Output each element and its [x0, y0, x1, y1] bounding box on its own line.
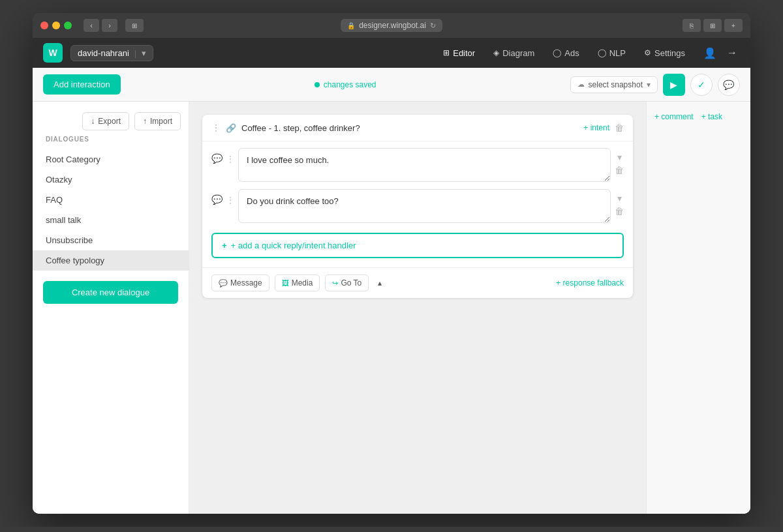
msg-chevron-button-2[interactable]: ▾: [615, 193, 624, 203]
sidebar-toggle-button[interactable]: ⊞: [125, 19, 144, 32]
comment-button[interactable]: 💬: [718, 74, 740, 96]
add-button[interactable]: +: [724, 19, 743, 32]
dialogues-section-label: DIALOGUES: [33, 136, 189, 149]
interaction-card: ⋮ 🔗 Coffee - 1. step, coffee drinker? + …: [202, 115, 633, 298]
nav-ads-label: Ads: [564, 48, 579, 58]
nav-ads[interactable]: ◯ Ads: [545, 44, 587, 62]
sidebar-item-root[interactable]: Root Category: [33, 149, 189, 170]
media-plus-icon: 🖼: [282, 279, 289, 287]
msg-delete-button-1[interactable]: 🗑: [615, 165, 624, 175]
snapshot-chevron-icon: ▾: [647, 80, 651, 89]
check-button[interactable]: ✓: [690, 74, 713, 96]
comment-icon: 💬: [723, 80, 734, 90]
maximize-button[interactable]: [64, 22, 72, 29]
divider: |: [134, 48, 136, 58]
add-interaction-button[interactable]: Add interaction: [43, 74, 121, 95]
import-label: Import: [150, 117, 172, 126]
changes-saved-indicator: changes saved: [315, 80, 376, 89]
nav-nlp[interactable]: ◯ NLP: [590, 44, 634, 62]
sidebar-item-faq[interactable]: FAQ: [33, 190, 189, 210]
header-user-actions: 👤 →: [701, 44, 740, 62]
msg-delete-button-2[interactable]: 🗑: [615, 206, 624, 216]
editor-icon: ⊞: [443, 48, 450, 57]
collapse-footer-button[interactable]: ▴: [374, 275, 386, 291]
forward-button[interactable]: ›: [102, 19, 117, 32]
user-icon-button[interactable]: 👤: [701, 44, 719, 62]
titlebar-right: ⎘ ⊞ +: [677, 19, 743, 32]
upload-icon: ↑: [143, 117, 147, 126]
add-task-button[interactable]: + task: [701, 112, 722, 121]
message-input-1[interactable]: [238, 148, 611, 182]
new-tab-button[interactable]: ⎘: [683, 19, 701, 32]
chevron-down-icon: ▾: [142, 48, 146, 58]
add-message-button[interactable]: 💬 Message: [211, 274, 269, 291]
snapshot-label: select snapshot: [589, 80, 643, 89]
message-plus-icon: 💬: [219, 279, 228, 288]
message-input-wrapper-2: [238, 189, 611, 225]
sidebar-item-small-talk[interactable]: small talk: [33, 210, 189, 230]
nav-nlp-label: NLP: [609, 48, 626, 58]
back-button[interactable]: ‹: [84, 19, 99, 32]
nav-settings-label: Settings: [654, 48, 685, 58]
message-input-2[interactable]: [238, 189, 611, 223]
workspace-name: david-nahrani: [78, 48, 129, 58]
nav-editor[interactable]: ⊞ Editor: [435, 44, 483, 62]
play-button[interactable]: ▶: [663, 74, 685, 96]
nav-links: ⊞ Editor ◈ Diagram ◯ Ads ◯ NLP ⚙ Setti: [435, 44, 740, 62]
chat-bubble-icon-2: 💬: [211, 194, 223, 205]
chat-bubble-icon-1: 💬: [211, 153, 223, 164]
back-forward-nav: ‹ ›: [84, 19, 117, 32]
msg-drag-icon-2: ⋮: [226, 196, 234, 205]
quick-reply-handler[interactable]: + + add a quick reply/intent handler: [211, 233, 624, 258]
address-bar[interactable]: 🔒 designer.wingbot.ai ↻: [341, 19, 442, 32]
msg-actions-1: ▾ 🗑: [615, 152, 624, 175]
msg-chevron-button-1[interactable]: ▾: [615, 152, 624, 162]
card-header: ⋮ 🔗 Coffee - 1. step, coffee drinker? + …: [202, 115, 633, 141]
main-content: ↓ Export ↑ Import DIALOGUES Root Categor…: [33, 102, 750, 514]
settings-icon: ⚙: [644, 48, 651, 57]
logout-icon-button[interactable]: →: [724, 44, 740, 62]
add-media-button[interactable]: 🖼 Media: [275, 274, 320, 291]
workspace-selector[interactable]: david-nahrani | ▾: [70, 45, 153, 61]
create-new-dialogue-button[interactable]: Create new dialogue: [43, 281, 178, 304]
add-message-label: Message: [230, 278, 262, 288]
changes-saved-text: changes saved: [324, 80, 376, 89]
goto-plus-icon: ↪: [332, 279, 338, 288]
right-panel: + comment + task: [646, 102, 750, 514]
sidebar: ↓ Export ↑ Import DIALOGUES Root Categor…: [33, 102, 189, 514]
play-icon: ▶: [670, 80, 677, 90]
card-footer: 💬 Message 🖼 Media ↪ Go To ▴ + response: [202, 267, 633, 298]
msg-drag-icon-1: ⋮: [226, 155, 234, 164]
nav-diagram[interactable]: ◈ Diagram: [485, 44, 542, 62]
sidebar-item-coffee-typology[interactable]: Coffee typology: [33, 250, 189, 271]
snapshot-selector[interactable]: ☁ select snapshot ▾: [570, 76, 658, 93]
minimize-button[interactable]: [52, 22, 60, 29]
nav-diagram-label: Diagram: [502, 48, 534, 58]
nav-settings[interactable]: ⚙ Settings: [636, 44, 693, 62]
sidebar-item-otazky[interactable]: Otazky: [33, 170, 189, 190]
split-view-button[interactable]: ⊞: [703, 19, 722, 32]
delete-card-button[interactable]: 🗑: [615, 123, 624, 133]
titlebar: ‹ › ⊞ 🔒 designer.wingbot.ai ↻ ⎘ ⊞ +: [33, 13, 750, 38]
quick-reply-label: + add a quick reply/intent handler: [231, 241, 356, 250]
add-goto-button[interactable]: ↪ Go To: [325, 274, 369, 291]
download-icon: ↓: [91, 117, 95, 126]
add-goto-label: Go To: [341, 278, 361, 288]
add-media-label: Media: [292, 278, 313, 288]
close-button[interactable]: [40, 22, 48, 29]
add-comment-button[interactable]: + comment: [654, 112, 694, 121]
add-intent-button[interactable]: + intent: [583, 123, 609, 132]
response-fallback-button[interactable]: + response fallback: [556, 278, 624, 288]
import-button[interactable]: ↑ Import: [134, 112, 181, 130]
message-input-wrapper-1: [238, 148, 611, 184]
header-nav: W david-nahrani | ▾ ⊞ Editor ◈ Diagram ◯…: [33, 38, 750, 68]
export-label: Export: [98, 117, 121, 126]
drag-handle-icon[interactable]: ⋮: [211, 123, 221, 133]
reload-icon[interactable]: ↻: [430, 22, 436, 30]
sidebar-item-unsubscribe[interactable]: Unsubscribe: [33, 230, 189, 250]
export-button[interactable]: ↓ Export: [82, 112, 129, 130]
message-row-2: 💬 ⋮ ▾ 🗑: [211, 189, 624, 225]
export-import-bar: ↓ Export ↑ Import: [33, 112, 189, 136]
diagram-icon: ◈: [493, 48, 499, 57]
traffic-lights: [40, 22, 72, 29]
